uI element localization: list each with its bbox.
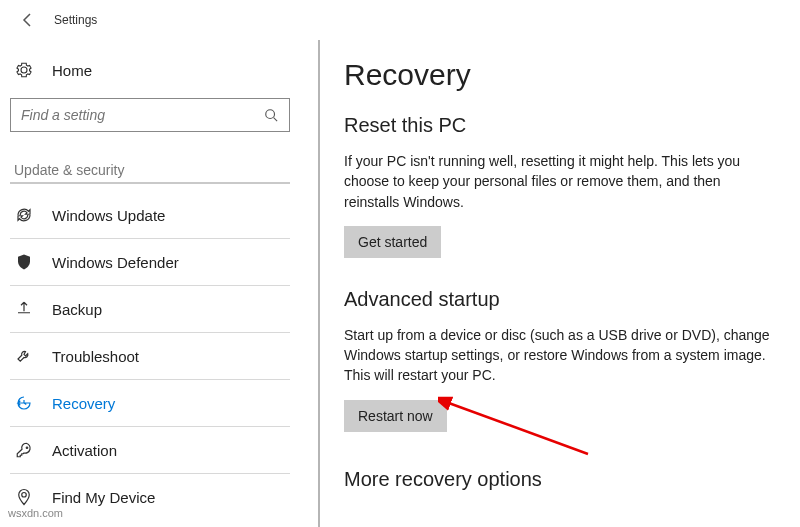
nav-label: Activation [52, 442, 117, 459]
content-pane: Recovery Reset this PC If your PC isn't … [318, 40, 800, 527]
backup-icon [14, 299, 34, 319]
get-started-button[interactable]: Get started [344, 226, 441, 258]
advanced-section: Advanced startup Start up from a device … [344, 288, 776, 432]
location-icon [14, 487, 34, 507]
wrench-icon [14, 346, 34, 366]
nav-label: Windows Defender [52, 254, 179, 271]
more-heading: More recovery options [344, 468, 776, 491]
watermark: wsxdn.com [8, 507, 63, 519]
more-section: More recovery options [344, 468, 776, 491]
nav-label: Recovery [52, 395, 115, 412]
back-button[interactable] [14, 6, 42, 34]
divider [10, 182, 290, 184]
sidebar-item-windows-defender[interactable]: Windows Defender [10, 239, 290, 285]
shield-icon [14, 252, 34, 272]
section-heading: Update & security [10, 162, 290, 178]
reset-body: If your PC isn't running well, resetting… [344, 151, 774, 212]
sidebar: Home Update & security Windows Update Wi… [0, 40, 300, 527]
reset-section: Reset this PC If your PC isn't running w… [344, 114, 776, 258]
window-title: Settings [54, 13, 97, 27]
home-label: Home [52, 62, 92, 79]
advanced-heading: Advanced startup [344, 288, 776, 311]
nav-label: Troubleshoot [52, 348, 139, 365]
svg-point-0 [266, 110, 275, 119]
sidebar-item-windows-update[interactable]: Windows Update [10, 192, 290, 238]
nav-list: Windows Update Windows Defender Backup T… [10, 192, 290, 520]
sidebar-item-troubleshoot[interactable]: Troubleshoot [10, 333, 290, 379]
nav-label: Windows Update [52, 207, 165, 224]
sync-icon [14, 205, 34, 225]
search-input[interactable] [21, 107, 263, 123]
search-container[interactable] [10, 98, 290, 132]
back-arrow-icon [20, 12, 36, 28]
reset-heading: Reset this PC [344, 114, 776, 137]
nav-label: Find My Device [52, 489, 155, 506]
sidebar-item-recovery[interactable]: Recovery [10, 380, 290, 426]
page-title: Recovery [344, 58, 776, 92]
nav-label: Backup [52, 301, 102, 318]
restart-now-button[interactable]: Restart now [344, 400, 447, 432]
sidebar-item-activation[interactable]: Activation [10, 427, 290, 473]
advanced-body: Start up from a device or disc (such as … [344, 325, 774, 386]
gear-icon [14, 60, 34, 80]
sidebar-item-backup[interactable]: Backup [10, 286, 290, 332]
key-icon [14, 440, 34, 460]
home-nav[interactable]: Home [10, 50, 290, 90]
search-icon [263, 107, 279, 123]
svg-line-1 [274, 118, 278, 122]
history-icon [14, 393, 34, 413]
